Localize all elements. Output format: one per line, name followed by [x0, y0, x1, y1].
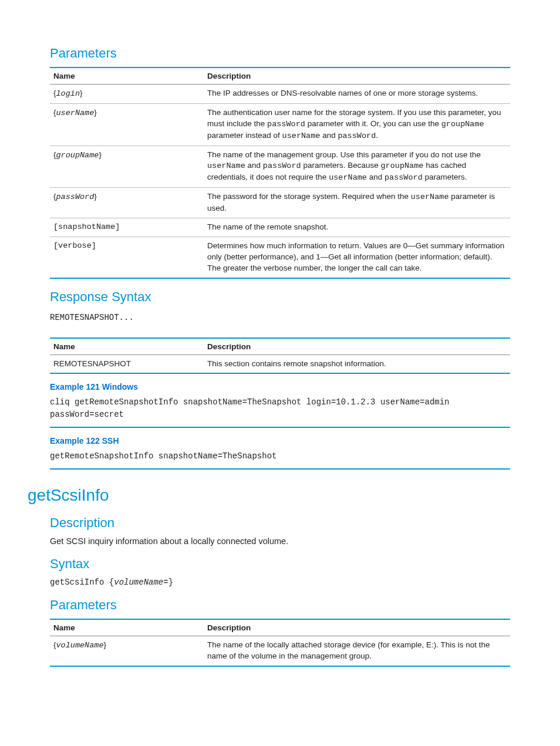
th-name: Name: [50, 619, 204, 636]
table-row: [snapshotName] The name of the remote sn…: [50, 218, 510, 237]
param-desc: The authentication user name for the sto…: [204, 103, 510, 146]
th-desc: Description: [204, 67, 510, 85]
command-heading-getscsiinfo: getScsiInfo: [28, 486, 510, 505]
syntax-line: getScsiInfo {volumeName=}: [50, 578, 510, 587]
response-syntax-code: REMOTESNAPSHOT...: [50, 313, 510, 322]
th-name: Name: [50, 67, 204, 85]
param-name: volumeName: [56, 641, 104, 650]
response-desc: This section contains remote snapshot in…: [204, 355, 510, 373]
example-code-ssh: getRemoteSnapshotInfo snapshotName=TheSn…: [50, 448, 510, 470]
table-row: [verbose] Determines how much informatio…: [50, 237, 510, 278]
table-row: {volumeName} The name of the locally att…: [50, 636, 510, 666]
section-heading-description: Description: [50, 515, 510, 531]
table-row: {groupName} The name of the management g…: [50, 146, 510, 188]
section-heading-parameters: Parameters: [50, 46, 510, 61]
param-desc: Determines how much information to retur…: [204, 237, 510, 278]
response-table: Name Description REMOTESNAPSHOT This sec…: [50, 337, 510, 374]
table-row: {userName} The authentication user name …: [50, 103, 510, 146]
brace: }: [94, 108, 97, 117]
param-desc: The password for the storage system. Req…: [204, 188, 510, 218]
param-desc: The IP addresses or DNS-resolvable names…: [204, 85, 510, 104]
section-heading-syntax: Syntax: [50, 556, 510, 572]
param-name: login: [56, 89, 80, 98]
param-name: [verbose]: [50, 237, 204, 278]
th-desc: Description: [204, 619, 510, 636]
param-name: groupName: [56, 151, 99, 160]
parameters-table-1: Name Description {login} The IP addresse…: [50, 67, 510, 279]
table-row: REMOTESNAPSHOT This section contains rem…: [50, 355, 510, 373]
th-desc: Description: [204, 338, 510, 355]
param-name: [snapshotName]: [50, 218, 204, 237]
brace: }: [99, 150, 102, 159]
example-code-windows: cliq getRemoteSnapshotInfo snapshotName=…: [50, 394, 510, 428]
description-text: Get SCSI inquiry information about a loc…: [50, 536, 510, 546]
parameters-table-2: Name Description {volumeName} The name o…: [50, 619, 510, 667]
param-desc: The name of the locally attached storage…: [204, 636, 510, 666]
param-desc: The name of the remote snapshot.: [204, 218, 510, 237]
brace: }: [104, 640, 107, 649]
table-row: {passWord} The password for the storage …: [50, 188, 510, 218]
param-name: userName: [56, 109, 95, 117]
param-desc: The name of the management group. Use th…: [204, 146, 510, 188]
brace: }: [94, 192, 97, 201]
example-title-windows: Example 121 Windows: [50, 382, 510, 391]
brace: }: [80, 89, 83, 97]
section-heading-parameters-2: Parameters: [50, 598, 510, 613]
param-name: passWord: [56, 193, 95, 201]
table-row: {login} The IP addresses or DNS-resolvab…: [50, 85, 510, 104]
response-name: REMOTESNAPSHOT: [50, 355, 204, 373]
section-heading-response-syntax: Response Syntax: [50, 289, 510, 305]
th-name: Name: [50, 338, 204, 355]
example-title-ssh: Example 122 SSH: [50, 436, 510, 445]
